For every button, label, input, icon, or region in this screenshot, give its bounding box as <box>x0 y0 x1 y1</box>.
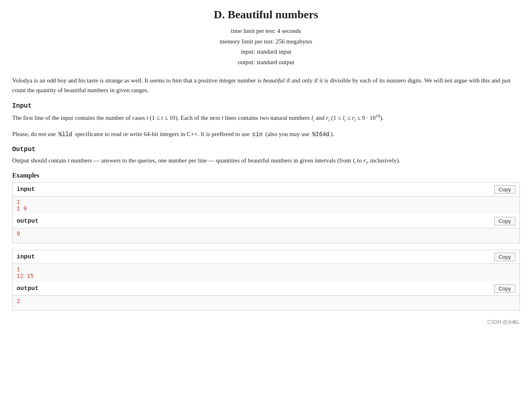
code-i64d: %I64d <box>311 131 330 138</box>
input-type: input: standard input <box>12 47 520 57</box>
example-2-input-header: input Copy <box>13 250 519 264</box>
copy-button-1-output[interactable]: Copy <box>494 217 515 225</box>
meta-info: time limit per test: 4 seconds memory li… <box>12 26 520 67</box>
example-1-input-content: 1 1 9 <box>13 197 519 214</box>
output-type: output: standard output <box>12 57 520 68</box>
example-1-input-header: input Copy <box>13 183 519 197</box>
example-2-output-content: 2 <box>13 296 519 310</box>
input-note: Please, do not use %lld specificator to … <box>12 129 520 139</box>
examples-container: input Copy 1 1 9 output Copy 9 input Cop… <box>12 182 520 311</box>
copy-button-1-input[interactable]: Copy <box>494 185 515 194</box>
memory-limit: memory limit per test: 256 megabytes <box>12 37 520 47</box>
examples-title: Examples <box>12 172 520 179</box>
example-2-input-content: 1 12 15 <box>13 264 519 282</box>
copy-button-2-input[interactable]: Copy <box>494 253 515 261</box>
time-limit: time limit per test: 4 seconds <box>12 26 520 37</box>
code-lld: %lld <box>57 131 73 138</box>
example-1-output-content: 9 <box>13 228 519 243</box>
example-1-output-label: output <box>17 218 39 225</box>
output-section-body: Output should contain t numbers — answer… <box>12 156 520 166</box>
example-2-output-header: output Copy <box>13 282 519 296</box>
example-2-input-label: input <box>17 253 35 260</box>
copy-button-2-output[interactable]: Copy <box>494 284 515 293</box>
page-title: D. Beautiful numbers <box>12 8 520 21</box>
problem-intro: Volodya is an odd boy and his taste is s… <box>12 76 520 95</box>
intro-text-before: Volodya is an odd boy and his taste is s… <box>12 77 263 84</box>
input-section-title: Input <box>12 102 520 110</box>
example-1-input-label: input <box>17 186 35 193</box>
example-1-output-header: output Copy <box>13 214 519 228</box>
code-cin: cin <box>251 131 264 138</box>
example-block-2: input Copy 1 12 15 output Copy 2 <box>12 250 520 311</box>
intro-italic: beautiful <box>263 77 284 84</box>
example-2-output-label: output <box>17 285 39 292</box>
output-section-title: Output <box>12 146 520 153</box>
example-block-1: input Copy 1 1 9 output Copy 9 <box>12 182 520 243</box>
input-section-body: The first line of the input contains the… <box>12 112 520 123</box>
footer: CSDN @沐枫L <box>12 319 520 326</box>
